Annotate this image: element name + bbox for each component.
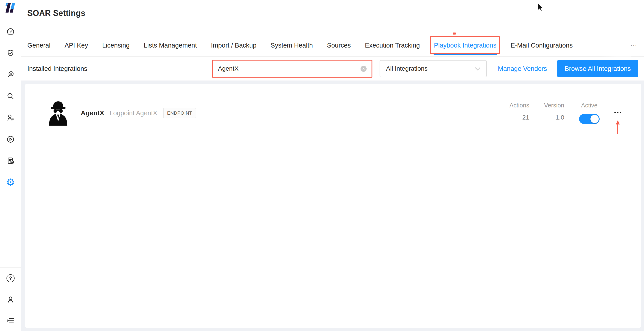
main-panel: SOAR Settings General API Key Licensing … bbox=[21, 0, 644, 331]
sidebar: ⚙ ? bbox=[0, 0, 21, 331]
settings-tabs: General API Key Licensing Lists Manageme… bbox=[21, 18, 644, 57]
tab-licensing[interactable]: Licensing bbox=[102, 18, 130, 56]
integration-name: AgentX bbox=[81, 109, 104, 117]
sidebar-item-user-sync[interactable] bbox=[6, 114, 15, 122]
logpoint-logo[interactable] bbox=[5, 2, 16, 13]
active-tab-indicator bbox=[434, 54, 497, 55]
user-sync-icon bbox=[6, 114, 15, 122]
help-icon: ? bbox=[6, 274, 14, 282]
play-circle-icon bbox=[6, 135, 15, 144]
tab-general[interactable]: General bbox=[27, 18, 50, 56]
integrations-card: AgentX Logpoint AgentX ENDPOINT Actions … bbox=[25, 84, 641, 328]
sidebar-footer: ? bbox=[0, 267, 21, 331]
gauge-icon bbox=[6, 27, 15, 36]
actions-column: Actions 21 bbox=[509, 102, 529, 121]
sidebar-nav: ⚙ bbox=[6, 27, 15, 187]
section-title: Installed Integrations bbox=[27, 65, 88, 73]
logo-shape bbox=[10, 3, 15, 13]
sidebar-item-search[interactable] bbox=[6, 92, 15, 101]
tab-system-health[interactable]: System Health bbox=[271, 18, 313, 56]
page-title: SOAR Settings bbox=[27, 9, 644, 18]
tab-email-configurations[interactable]: E-Mail Configurations bbox=[510, 18, 572, 56]
tab-playbook-integrations[interactable]: Playbook Integrations bbox=[434, 18, 496, 56]
sidebar-item-collapse[interactable] bbox=[0, 310, 21, 331]
integrations-toolbar: Installed Integrations × All Integration… bbox=[21, 57, 644, 81]
page-header: SOAR Settings bbox=[21, 0, 644, 18]
more-tabs-icon[interactable]: ... bbox=[630, 40, 637, 48]
category-badge: ENDPOINT bbox=[163, 108, 196, 118]
sidebar-item-investigate[interactable] bbox=[6, 70, 15, 79]
manage-vendors-link[interactable]: Manage Vendors bbox=[498, 65, 547, 73]
sidebar-item-playbooks[interactable] bbox=[6, 135, 15, 144]
spy-agent-icon bbox=[45, 99, 71, 127]
tab-import-backup[interactable]: Import / Backup bbox=[211, 18, 256, 56]
tab-api-key[interactable]: API Key bbox=[64, 18, 88, 56]
collapse-menu-icon bbox=[6, 316, 15, 325]
integration-meta-columns: Actions 21 Version 1.0 Active bbox=[509, 102, 600, 124]
active-column: Active bbox=[579, 102, 600, 124]
toggle-knob bbox=[590, 115, 599, 123]
gear-icon: ⚙ bbox=[6, 177, 15, 187]
report-check-icon bbox=[6, 157, 15, 165]
row-more-menu-icon[interactable] bbox=[614, 111, 622, 115]
version-label: Version bbox=[544, 102, 564, 109]
integration-vendor: Logpoint AgentX bbox=[110, 109, 157, 117]
user-icon bbox=[6, 295, 15, 304]
annotation-arrow-up bbox=[614, 120, 621, 135]
sidebar-item-account[interactable] bbox=[0, 289, 21, 310]
app-window: ⚙ ? SOAR Se bbox=[0, 0, 644, 331]
search-input[interactable] bbox=[213, 65, 360, 72]
search-icon bbox=[6, 92, 15, 101]
row-more-wrap bbox=[614, 111, 622, 115]
sidebar-item-compliance[interactable] bbox=[6, 49, 15, 57]
clear-search-icon[interactable]: × bbox=[360, 66, 366, 72]
tab-lists-management[interactable]: Lists Management bbox=[144, 18, 197, 56]
tab-sources[interactable]: Sources bbox=[327, 18, 351, 56]
version-value: 1.0 bbox=[556, 114, 564, 121]
actions-label: Actions bbox=[509, 102, 529, 109]
content-area: AgentX Logpoint AgentX ENDPOINT Actions … bbox=[21, 81, 644, 331]
tabs-overflow-fade bbox=[602, 36, 631, 57]
sidebar-item-reports[interactable] bbox=[6, 157, 15, 165]
active-toggle[interactable] bbox=[579, 114, 600, 124]
annotation-dot bbox=[453, 33, 456, 35]
active-label: Active bbox=[581, 102, 598, 109]
actions-value: 21 bbox=[522, 114, 529, 121]
integration-filter-select[interactable]: All Integrations bbox=[380, 60, 487, 77]
integration-title-group: AgentX Logpoint AgentX ENDPOINT bbox=[81, 108, 196, 118]
tab-execution-tracking[interactable]: Execution Tracking bbox=[365, 18, 420, 56]
browse-all-integrations-button[interactable]: Browse All Integrations bbox=[557, 60, 638, 77]
search-flash-icon bbox=[6, 70, 15, 79]
select-caret-box bbox=[469, 61, 486, 77]
sidebar-item-help[interactable]: ? bbox=[0, 267, 21, 289]
chevron-down-icon bbox=[475, 65, 480, 70]
filter-selected-value: All Integrations bbox=[380, 65, 469, 72]
sidebar-item-dashboard[interactable] bbox=[6, 27, 15, 36]
integration-row: AgentX Logpoint AgentX ENDPOINT Actions … bbox=[25, 84, 641, 127]
version-column: Version 1.0 bbox=[544, 102, 564, 121]
sidebar-item-settings[interactable]: ⚙ bbox=[6, 178, 15, 187]
shield-check-icon bbox=[6, 49, 15, 57]
annotation-box-search: × bbox=[212, 60, 372, 78]
